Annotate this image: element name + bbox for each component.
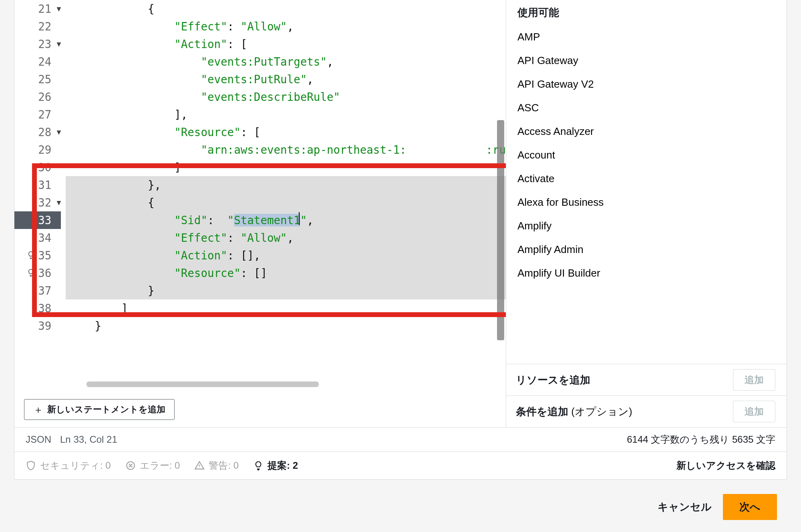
service-item[interactable]: Amplify Admin xyxy=(506,238,787,261)
suggestions[interactable]: 提案: 2 xyxy=(253,459,298,472)
service-item[interactable]: AMP xyxy=(506,25,787,49)
line-number: 32 xyxy=(34,194,51,211)
line-number: 27 xyxy=(34,106,51,123)
errors[interactable]: エラー: 0 xyxy=(125,459,180,472)
horizontal-scrollbar[interactable] xyxy=(87,381,506,389)
token-punct xyxy=(68,73,201,86)
code-line[interactable]: } xyxy=(66,317,506,335)
lightbulb-icon xyxy=(253,460,264,471)
line-number: 35 xyxy=(34,247,51,264)
service-item[interactable]: API Gateway V2 xyxy=(506,72,787,96)
line-number: 24 xyxy=(34,53,51,70)
cancel-button[interactable]: キャンセル xyxy=(658,500,712,514)
code-line[interactable]: }, xyxy=(66,176,506,194)
review-access-label: 新しいアクセスを確認 xyxy=(676,460,775,471)
side-panel: 使用可能 AMP API Gateway API Gateway V2 ASC … xyxy=(506,0,787,427)
footer-actions: キャンセル 次へ xyxy=(0,480,801,532)
token-punct xyxy=(68,90,201,103)
token-string: " xyxy=(300,214,307,227)
token-string: "Resource" xyxy=(174,267,241,279)
service-item[interactable]: Activate xyxy=(506,167,787,191)
line-number: 33 xyxy=(34,211,51,229)
code-line[interactable]: ] xyxy=(66,299,506,317)
app-root: 21▼2223▼2425262728▼29303132▼333435363738… xyxy=(0,0,801,532)
gutter-line: 21▼ xyxy=(14,0,61,18)
vertical-scrollbar-thumb[interactable] xyxy=(497,120,504,340)
gutter-line: 22 xyxy=(14,18,61,35)
add-statement-button[interactable]: ＋ 新しいステートメントを追加 xyxy=(24,399,175,420)
service-item[interactable]: ASC xyxy=(506,96,787,120)
warnings[interactable]: 警告: 0 xyxy=(194,459,239,472)
code-line[interactable]: } xyxy=(66,282,506,299)
token-punct: : xyxy=(227,231,241,244)
add-condition-optional: (オプション) xyxy=(568,406,632,418)
code-line[interactable]: ], xyxy=(66,106,506,123)
service-item[interactable]: API Gateway xyxy=(506,49,787,72)
code-line[interactable]: "Effect": "Allow", xyxy=(66,229,506,247)
review-access-link[interactable]: 新しいアクセスを確認 xyxy=(676,459,775,472)
code-line[interactable]: "Action": [ xyxy=(66,35,506,53)
code-line[interactable]: ] xyxy=(66,159,506,176)
token-punct: { xyxy=(68,2,154,15)
code-line[interactable]: "events:DescribeRule" xyxy=(66,88,506,106)
code-line[interactable]: "Action": [], xyxy=(66,247,506,264)
service-item[interactable]: Access Analyzer xyxy=(506,120,787,143)
horizontal-scrollbar-thumb[interactable] xyxy=(87,381,319,387)
token-string: "Effect" xyxy=(174,20,227,33)
token-punct: : [ xyxy=(227,38,248,50)
code-line[interactable]: { xyxy=(66,194,506,211)
gutter-line: 35 xyxy=(14,247,61,264)
fold-marker-icon[interactable]: ▼ xyxy=(54,123,61,141)
gutter-line: 31 xyxy=(14,176,61,194)
status-language: JSON xyxy=(26,434,51,445)
fold-marker-icon[interactable]: ▼ xyxy=(54,194,61,211)
add-resource-section: リソースを追加 追加 xyxy=(506,364,787,395)
token-string: "Action" xyxy=(174,249,227,262)
service-item[interactable]: Account xyxy=(506,143,787,167)
code-lines[interactable]: { "Effect": "Allow", "Action": [ "events… xyxy=(66,0,506,379)
token-punct xyxy=(68,214,174,227)
suggestions-label: 提案: 2 xyxy=(268,459,298,472)
token-punct: , xyxy=(327,55,334,68)
security-issues[interactable]: セキュリティ: 0 xyxy=(26,459,111,472)
add-condition-button[interactable]: 追加 xyxy=(733,401,775,422)
code-line[interactable]: "events:PutRule", xyxy=(66,70,506,88)
next-button[interactable]: 次へ xyxy=(723,494,777,520)
token-punct: }, xyxy=(68,179,161,191)
line-number: 25 xyxy=(34,70,51,88)
issues-left: セキュリティ: 0 エラー: 0 警告: 0 xyxy=(26,459,298,472)
line-number: 39 xyxy=(34,317,51,335)
service-item[interactable]: Amplify UI Builder xyxy=(506,261,787,285)
line-number: 21 xyxy=(34,0,51,18)
gutter-line: 27 xyxy=(14,106,61,123)
gutter-line: 39 xyxy=(14,317,61,335)
security-issues-label: セキュリティ: 0 xyxy=(40,459,111,472)
code-line[interactable]: { xyxy=(66,0,506,18)
add-condition-text: 条件を追加 xyxy=(516,406,568,418)
service-item[interactable]: Amplify xyxy=(506,214,787,238)
token-punct: } xyxy=(68,284,154,297)
token-punct xyxy=(68,267,174,279)
token-punct xyxy=(68,38,174,50)
code-line[interactable]: "Resource": [] xyxy=(66,264,506,282)
json-editor[interactable]: 21▼2223▼2425262728▼29303132▼333435363738… xyxy=(14,0,506,379)
token-punct xyxy=(68,249,174,262)
status-left: JSON Ln 33, Col 21 xyxy=(26,434,117,445)
code-line[interactable]: "Resource": [ xyxy=(66,123,506,141)
code-line[interactable]: "Sid": "Statement1", xyxy=(66,211,506,229)
lightbulb-icon[interactable] xyxy=(26,247,35,264)
code-line[interactable]: "Effect": "Allow", xyxy=(66,18,506,35)
text-caret xyxy=(299,212,300,225)
code-line[interactable]: "arn:aws:events:ap-northeast-1: :ru xyxy=(66,141,506,159)
vertical-scrollbar[interactable] xyxy=(496,0,505,379)
lightbulb-icon[interactable] xyxy=(26,264,35,282)
gutter-line: 30 xyxy=(14,159,61,176)
add-resource-button[interactable]: 追加 xyxy=(733,369,775,391)
fold-marker-icon[interactable]: ▼ xyxy=(54,0,61,18)
code-line[interactable]: "events:PutTargets", xyxy=(66,53,506,70)
service-item[interactable]: Alexa for Business xyxy=(506,191,787,214)
line-number: 29 xyxy=(34,141,51,159)
code-container: 21▼2223▼2425262728▼29303132▼333435363738… xyxy=(14,0,506,379)
line-number: 22 xyxy=(34,18,51,35)
fold-marker-icon[interactable]: ▼ xyxy=(54,35,61,53)
